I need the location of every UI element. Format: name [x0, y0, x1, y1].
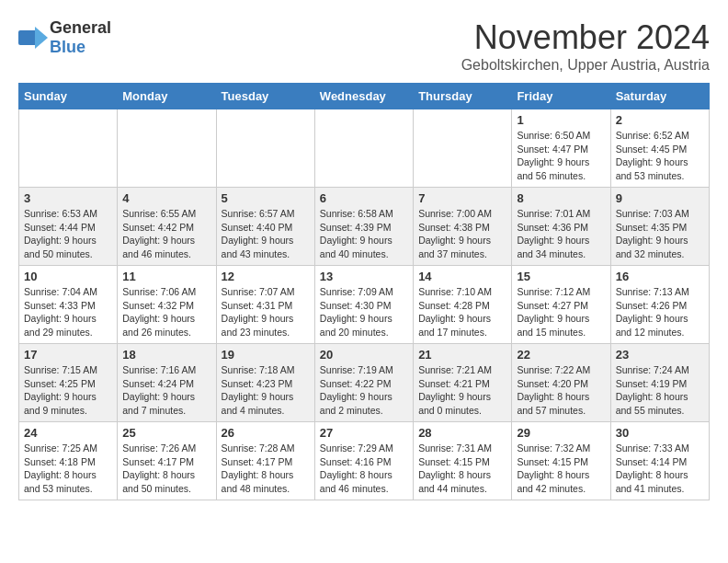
- calendar-cell: 3Sunrise: 6:53 AM Sunset: 4:44 PM Daylig…: [19, 188, 118, 266]
- calendar-cell: 22Sunrise: 7:22 AM Sunset: 4:20 PM Dayli…: [512, 344, 610, 422]
- svg-rect-0: [18, 30, 37, 45]
- calendar-cell: 7Sunrise: 7:00 AM Sunset: 4:38 PM Daylig…: [414, 188, 512, 266]
- calendar-cell: 26Sunrise: 7:28 AM Sunset: 4:17 PM Dayli…: [216, 422, 314, 500]
- header-thursday: Thursday: [414, 84, 512, 109]
- calendar-cell: 25Sunrise: 7:26 AM Sunset: 4:17 PM Dayli…: [118, 422, 216, 500]
- day-number: 30: [616, 426, 704, 440]
- day-number: 19: [222, 348, 310, 362]
- calendar-cell: 13Sunrise: 7:09 AM Sunset: 4:30 PM Dayli…: [314, 266, 413, 344]
- day-number: 12: [222, 270, 310, 283]
- day-number: 4: [122, 191, 210, 205]
- day-info: Sunrise: 7:16 AM Sunset: 4:24 PM Dayligh…: [122, 363, 210, 418]
- day-info: Sunrise: 7:12 AM Sunset: 4:27 PM Dayligh…: [517, 285, 605, 339]
- calendar-cell: [118, 109, 216, 188]
- logo-general: General: [50, 18, 111, 37]
- calendar-cell: 14Sunrise: 7:10 AM Sunset: 4:28 PM Dayli…: [414, 266, 512, 344]
- calendar-header-row: SundayMondayTuesdayWednesdayThursdayFrid…: [19, 84, 710, 109]
- calendar-cell: 9Sunrise: 7:03 AM Sunset: 4:35 PM Daylig…: [610, 188, 709, 266]
- calendar-cell: 21Sunrise: 7:21 AM Sunset: 4:21 PM Dayli…: [414, 344, 512, 422]
- calendar-cell: 20Sunrise: 7:19 AM Sunset: 4:22 PM Dayli…: [314, 344, 413, 422]
- calendar-week-1: 3Sunrise: 6:53 AM Sunset: 4:44 PM Daylig…: [19, 188, 710, 266]
- day-info: Sunrise: 7:03 AM Sunset: 4:35 PM Dayligh…: [616, 207, 704, 261]
- day-number: 27: [320, 426, 408, 440]
- calendar-cell: 1Sunrise: 6:50 AM Sunset: 4:47 PM Daylig…: [512, 109, 610, 188]
- location-title: Geboltskirchen, Upper Austria, Austria: [461, 57, 710, 74]
- day-info: Sunrise: 7:32 AM Sunset: 4:15 PM Dayligh…: [517, 442, 605, 496]
- day-number: 5: [222, 191, 310, 205]
- day-number: 3: [24, 191, 112, 205]
- calendar-table: SundayMondayTuesdayWednesdayThursdayFrid…: [18, 83, 710, 500]
- day-info: Sunrise: 7:15 AM Sunset: 4:25 PM Dayligh…: [24, 363, 112, 418]
- day-info: Sunrise: 7:22 AM Sunset: 4:20 PM Dayligh…: [517, 363, 605, 418]
- calendar-cell: 12Sunrise: 7:07 AM Sunset: 4:31 PM Dayli…: [216, 266, 314, 344]
- day-number: 16: [616, 270, 704, 283]
- header-tuesday: Tuesday: [216, 84, 314, 109]
- header: General Blue November 2024 Geboltskirche…: [18, 18, 710, 74]
- logo-blue: Blue: [50, 38, 85, 56]
- day-number: 11: [122, 270, 210, 283]
- day-info: Sunrise: 6:58 AM Sunset: 4:39 PM Dayligh…: [320, 207, 408, 261]
- calendar-cell: 6Sunrise: 6:58 AM Sunset: 4:39 PM Daylig…: [314, 188, 413, 266]
- calendar-cell: 5Sunrise: 6:57 AM Sunset: 4:40 PM Daylig…: [216, 188, 314, 266]
- day-number: 7: [418, 191, 506, 205]
- day-info: Sunrise: 7:33 AM Sunset: 4:14 PM Dayligh…: [616, 442, 704, 496]
- header-saturday: Saturday: [610, 84, 709, 109]
- day-info: Sunrise: 7:01 AM Sunset: 4:36 PM Dayligh…: [517, 207, 605, 261]
- calendar-cell: 8Sunrise: 7:01 AM Sunset: 4:36 PM Daylig…: [512, 188, 610, 266]
- day-info: Sunrise: 7:13 AM Sunset: 4:26 PM Dayligh…: [616, 285, 704, 339]
- day-number: 25: [122, 426, 210, 440]
- calendar-cell: 10Sunrise: 7:04 AM Sunset: 4:33 PM Dayli…: [19, 266, 118, 344]
- day-number: 6: [320, 191, 408, 205]
- day-number: 24: [24, 426, 112, 440]
- day-info: Sunrise: 6:52 AM Sunset: 4:45 PM Dayligh…: [616, 129, 704, 183]
- day-info: Sunrise: 7:21 AM Sunset: 4:21 PM Dayligh…: [418, 363, 506, 418]
- day-info: Sunrise: 7:24 AM Sunset: 4:19 PM Dayligh…: [616, 363, 704, 418]
- month-title: November 2024: [461, 18, 710, 57]
- day-number: 18: [122, 348, 210, 362]
- svg-marker-1: [35, 27, 48, 49]
- calendar-cell: 11Sunrise: 7:06 AM Sunset: 4:32 PM Dayli…: [118, 266, 216, 344]
- day-number: 9: [616, 191, 704, 205]
- day-info: Sunrise: 7:31 AM Sunset: 4:15 PM Dayligh…: [418, 442, 506, 496]
- header-wednesday: Wednesday: [314, 84, 413, 109]
- day-info: Sunrise: 7:26 AM Sunset: 4:17 PM Dayligh…: [122, 442, 210, 496]
- calendar-cell: 15Sunrise: 7:12 AM Sunset: 4:27 PM Dayli…: [512, 266, 610, 344]
- calendar-cell: 16Sunrise: 7:13 AM Sunset: 4:26 PM Dayli…: [610, 266, 709, 344]
- logo-icon: [18, 23, 48, 52]
- calendar-week-2: 10Sunrise: 7:04 AM Sunset: 4:33 PM Dayli…: [19, 266, 710, 344]
- calendar-cell: 30Sunrise: 7:33 AM Sunset: 4:14 PM Dayli…: [610, 422, 709, 500]
- day-number: 2: [616, 113, 704, 127]
- day-number: 14: [418, 270, 506, 283]
- calendar-cell: 17Sunrise: 7:15 AM Sunset: 4:25 PM Dayli…: [19, 344, 118, 422]
- calendar-week-0: 1Sunrise: 6:50 AM Sunset: 4:47 PM Daylig…: [19, 109, 710, 188]
- day-number: 28: [418, 426, 506, 440]
- calendar-cell: 19Sunrise: 7:18 AM Sunset: 4:23 PM Dayli…: [216, 344, 314, 422]
- day-info: Sunrise: 7:00 AM Sunset: 4:38 PM Dayligh…: [418, 207, 506, 261]
- header-monday: Monday: [118, 84, 216, 109]
- day-info: Sunrise: 6:55 AM Sunset: 4:42 PM Dayligh…: [122, 207, 210, 261]
- day-number: 22: [517, 348, 605, 362]
- day-info: Sunrise: 7:25 AM Sunset: 4:18 PM Dayligh…: [24, 442, 112, 496]
- day-info: Sunrise: 7:04 AM Sunset: 4:33 PM Dayligh…: [24, 285, 112, 339]
- calendar-cell: 18Sunrise: 7:16 AM Sunset: 4:24 PM Dayli…: [118, 344, 216, 422]
- day-number: 13: [320, 270, 408, 283]
- header-friday: Friday: [512, 84, 610, 109]
- day-info: Sunrise: 7:06 AM Sunset: 4:32 PM Dayligh…: [122, 285, 210, 339]
- day-number: 29: [517, 426, 605, 440]
- day-number: 10: [24, 270, 112, 283]
- day-info: Sunrise: 6:57 AM Sunset: 4:40 PM Dayligh…: [222, 207, 310, 261]
- calendar-cell: 2Sunrise: 6:52 AM Sunset: 4:45 PM Daylig…: [610, 109, 709, 188]
- day-number: 26: [222, 426, 310, 440]
- day-number: 17: [24, 348, 112, 362]
- day-number: 1: [517, 113, 605, 127]
- calendar-cell: [314, 109, 413, 188]
- day-info: Sunrise: 6:53 AM Sunset: 4:44 PM Dayligh…: [24, 207, 112, 261]
- calendar-cell: [414, 109, 512, 188]
- day-number: 8: [517, 191, 605, 205]
- day-info: Sunrise: 7:07 AM Sunset: 4:31 PM Dayligh…: [222, 285, 310, 339]
- title-area: November 2024 Geboltskirchen, Upper Aust…: [461, 18, 710, 74]
- day-number: 15: [517, 270, 605, 283]
- calendar-cell: [19, 109, 118, 188]
- day-info: Sunrise: 7:28 AM Sunset: 4:17 PM Dayligh…: [222, 442, 310, 496]
- calendar-week-4: 24Sunrise: 7:25 AM Sunset: 4:18 PM Dayli…: [19, 422, 710, 500]
